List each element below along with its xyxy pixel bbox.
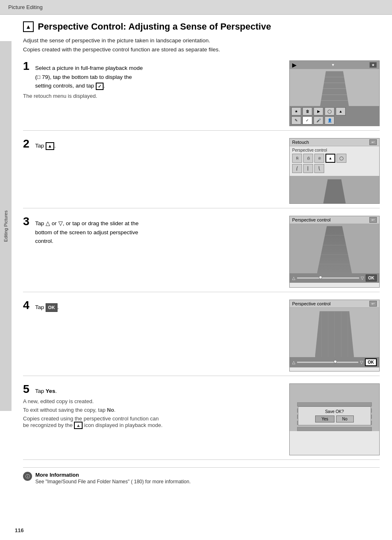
star-badge: ★ xyxy=(369,62,377,68)
ri-1[interactable]: ⎘ xyxy=(292,154,302,163)
toolbar-btn-pencil[interactable]: ✎ xyxy=(291,116,301,125)
screen2-title: Retouch ↩ xyxy=(290,138,379,146)
bh1 xyxy=(297,402,372,406)
step-4-left: 4 Tap OK. xyxy=(23,300,281,314)
triangle-down-icon: ▽ xyxy=(58,219,63,228)
toolbar-btn-copy[interactable]: ▶ xyxy=(314,107,323,115)
toolbar-btn-check[interactable]: ✓ xyxy=(302,116,312,125)
save-dialog: Save OK? Yes No xyxy=(298,406,371,425)
slider-right-arrow: ▽ xyxy=(361,276,364,280)
more-info-content: More Information See "Image/Sound File a… xyxy=(35,472,191,485)
ri-8[interactable]: ⎝ xyxy=(314,164,324,173)
vline xyxy=(341,311,341,357)
step-2-screen: Retouch ↩ Perspective control ⎘ ⎙ ⎚ ▲ ◯ … xyxy=(289,138,380,204)
step-5-row: 5 Tap Yes. A new, edited copy is created… xyxy=(23,383,380,460)
page-description: Adjust the sense of perspective in the p… xyxy=(23,36,380,54)
ok-button-3[interactable]: OK xyxy=(366,275,377,282)
slider-thumb-4[interactable] xyxy=(334,360,337,363)
step-3-heading: 3 Tap △ or ▽, or tap or drag the slider … xyxy=(23,216,281,246)
screen4-slider: △ ▽ OK xyxy=(290,357,379,367)
play-icon: ▶ xyxy=(292,62,297,68)
slider-right-arrow-4: ▽ xyxy=(360,360,363,365)
slider-thumb[interactable] xyxy=(319,276,322,279)
screen4-title: Perspective control ↩ xyxy=(290,300,379,308)
perspective-subtitle: Perspective control xyxy=(292,148,377,152)
camera-screen-2: Retouch ↩ Perspective control ⎘ ⎙ ⎚ ▲ ◯ … xyxy=(289,138,380,204)
vline xyxy=(328,311,328,357)
bh5 xyxy=(297,427,372,431)
ri-4-selected[interactable]: ▲ xyxy=(325,154,335,163)
ri-2[interactable]: ⎙ xyxy=(303,154,313,163)
step-5-sub2: To exit without saving the copy, tap No. xyxy=(23,407,281,413)
toolbar-btn-mic[interactable]: 🎤 xyxy=(314,116,323,125)
step-5-screen: Save OK? Yes No xyxy=(289,383,380,455)
step-4-heading: 4 Tap OK. xyxy=(23,300,281,312)
step-5-text: Tap Yes. xyxy=(35,387,57,396)
building-lines-1 xyxy=(320,71,349,106)
sidebar-label: Editing Pictures xyxy=(3,210,8,242)
step-2-heading: 2 Tap ▲. xyxy=(23,138,281,150)
bline xyxy=(320,88,349,89)
vline xyxy=(348,311,348,357)
step-3-screen: Perspective control ↩ △ xyxy=(289,216,380,288)
back-btn-4[interactable]: ↩ xyxy=(369,301,377,307)
step-4-text: Tap OK. xyxy=(35,303,59,312)
perspective-label-4: Perspective control xyxy=(292,301,331,306)
retouch-label: Retouch xyxy=(292,140,309,145)
header-bar: Picture Editing xyxy=(0,0,392,15)
save-buttons: Yes No xyxy=(302,415,367,422)
bline xyxy=(320,100,349,101)
toolbar-row-1: ★ 🗑 ▶ ◯ ▲ xyxy=(291,107,378,115)
main-content: ▲ Perspective Control: Adjusting a Sense… xyxy=(15,15,392,493)
toolbar-btn-upload[interactable]: ▲ xyxy=(336,107,346,115)
camera-screen-1: ▶ ▼ ★ xyxy=(289,60,380,126)
vline xyxy=(321,311,322,357)
toolbar-btn-star[interactable]: ★ xyxy=(291,107,301,115)
step-1-row: 1 Select a picture in full-frame playbac… xyxy=(23,60,380,131)
step-3-left: 3 Tap △ or ▽, or tap or drag the slider … xyxy=(23,216,281,248)
no-button[interactable]: No xyxy=(336,415,354,422)
toolbar-btn-delete[interactable]: 🗑 xyxy=(302,107,312,115)
slider-track[interactable] xyxy=(297,277,359,279)
screen3-slider[interactable]: △ ▽ OK xyxy=(290,273,379,283)
more-info-section: ⓘ More Information See "Image/Sound File… xyxy=(23,467,380,485)
triangle-up-icon: △ xyxy=(46,219,50,228)
ok-button-4[interactable]: OK xyxy=(365,358,377,366)
step-5-heading: 5 Tap Yes. xyxy=(23,383,281,396)
ri-6[interactable]: ⎛ xyxy=(292,164,302,173)
screen3-title: Perspective control ↩ xyxy=(290,216,379,224)
ri-3[interactable]: ⎚ xyxy=(314,154,324,163)
screen3-image xyxy=(290,224,379,273)
building-lines-4 xyxy=(315,311,354,357)
step-1-heading: 1 Select a picture in full-frame playbac… xyxy=(23,60,281,90)
slider-track-4[interactable] xyxy=(297,362,358,363)
step-3-number: 3 xyxy=(23,216,30,227)
bline xyxy=(320,77,349,77)
step-3-row: 3 Tap △ or ▽, or tap or drag the slider … xyxy=(23,216,380,292)
persp-playback-icon: ▲ xyxy=(74,422,83,429)
back-btn-3[interactable]: ↩ xyxy=(369,217,377,223)
ri-7[interactable]: ⎜ xyxy=(303,164,313,173)
toolbar-row-2: ✎ ✓ 🎤 👤 xyxy=(291,116,378,125)
back-btn-2[interactable]: ↩ xyxy=(369,139,377,145)
toolbar-btn-person[interactable]: 👤 xyxy=(325,116,334,125)
step-2-number: 2 xyxy=(23,138,30,150)
toolbar-btn-onoff[interactable]: ◯ xyxy=(325,107,334,115)
step-4-row: 4 Tap OK. Perspective control ↩ xyxy=(23,300,380,376)
building-lines-3 xyxy=(317,226,352,273)
arrow-down-icon: ▼ xyxy=(331,63,335,67)
step-1-number: 1 xyxy=(23,60,30,72)
yes-button[interactable]: Yes xyxy=(315,415,334,422)
ri-5[interactable]: ◯ xyxy=(337,154,346,163)
yes-bold: Yes xyxy=(46,388,55,394)
sidebar: Editing Pictures xyxy=(0,41,12,411)
bline xyxy=(320,95,349,95)
persp-ctrl-inline-icon: ▲ xyxy=(46,142,54,150)
slider-left-arrow: △ xyxy=(292,276,295,280)
step-1-screen: ▶ ▼ ★ xyxy=(289,60,380,126)
slider-left-arrow-4: △ xyxy=(292,360,295,365)
no-bold: No xyxy=(107,407,114,413)
step-5-number: 5 xyxy=(23,383,30,395)
page-number: 116 xyxy=(15,527,24,533)
ok-inline-icon[interactable]: OK xyxy=(46,303,58,312)
